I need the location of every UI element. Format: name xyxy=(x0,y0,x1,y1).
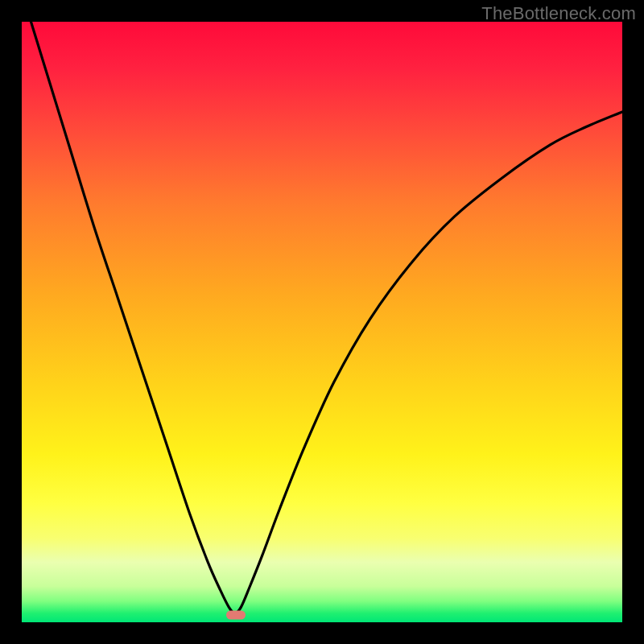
watermark-text: TheBottleneck.com xyxy=(481,3,636,24)
gradient-background xyxy=(22,22,622,622)
optimal-marker xyxy=(226,611,246,620)
plot-area xyxy=(22,22,622,622)
plot-svg xyxy=(22,22,622,622)
chart-frame: TheBottleneck.com xyxy=(0,0,644,644)
